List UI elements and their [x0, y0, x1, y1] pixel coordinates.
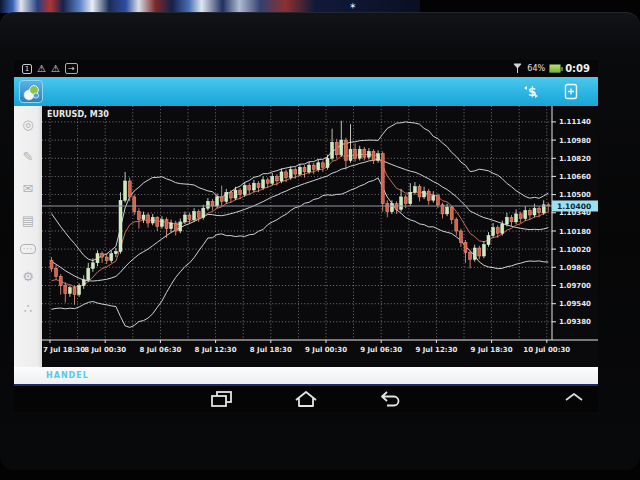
- android-nav-bar: [14, 386, 598, 413]
- svg-text:9 Jul 06:30: 9 Jul 06:30: [360, 346, 402, 354]
- metatrader-logo-icon: [21, 82, 41, 102]
- chart-area[interactable]: 1.111401.109801.108201.106601.105001.103…: [42, 106, 598, 367]
- svg-text:1.10400: 1.10400: [557, 202, 591, 211]
- svg-text:10 Jul 00:30: 10 Jul 00:30: [523, 346, 570, 354]
- svg-text:8 Jul 18:30: 8 Jul 18:30: [250, 346, 292, 354]
- photo-background: ✶ SAMSUNG 1 ⚠ ⚠ → 64% 0:09: [0, 0, 640, 480]
- svg-text:EURUSD, M30: EURUSD, M30: [47, 110, 109, 119]
- sidebar-item-community[interactable]: ∴: [24, 300, 32, 318]
- recents-icon: [209, 390, 235, 408]
- price-chart[interactable]: 1.111401.109801.108201.106601.105001.103…: [42, 106, 598, 358]
- svg-text:1.09540: 1.09540: [559, 300, 591, 308]
- recents-button[interactable]: [209, 390, 235, 408]
- svg-text:8 Jul 12:30: 8 Jul 12:30: [195, 346, 237, 354]
- back-button[interactable]: [377, 390, 403, 408]
- trade-tab[interactable]: HANDEL: [46, 371, 89, 380]
- svg-text:1.10660: 1.10660: [559, 173, 591, 181]
- svg-text:9 Jul 12:30: 9 Jul 12:30: [415, 346, 457, 354]
- chevron-up-icon: [564, 392, 584, 402]
- home-icon: [293, 390, 319, 408]
- app-toolbar: $: [14, 77, 598, 106]
- svg-text:1.10500: 1.10500: [559, 191, 591, 199]
- svg-text:1.09700: 1.09700: [559, 282, 591, 290]
- sidebar-item-chart-edit[interactable]: ✎: [23, 148, 34, 166]
- clock: 0:09: [565, 63, 590, 74]
- svg-text:8 Jul 00:30: 8 Jul 00:30: [84, 346, 126, 354]
- signal-icon: [513, 63, 523, 74]
- status-bar: 1 ⚠ ⚠ → 64% 0:09: [14, 60, 598, 77]
- warning-icon: ⚠: [37, 64, 46, 74]
- battery-icon: [549, 64, 561, 73]
- svg-text:8 Jul 06:30: 8 Jul 06:30: [139, 346, 181, 354]
- tablet-screen: 1 ⚠ ⚠ → 64% 0:09 $: [14, 60, 598, 412]
- sidebar-item-quotes[interactable]: ◎: [22, 116, 33, 134]
- svg-text:9 Jul 18:30: 9 Jul 18:30: [471, 346, 513, 354]
- app-content: ◎✎✉▤···⚙∴ 1.111401.109801.108201.106601.…: [14, 106, 598, 367]
- home-button[interactable]: [293, 390, 319, 408]
- warning-icon: ⚠: [51, 64, 60, 74]
- sidebar-item-settings[interactable]: ⚙: [22, 268, 34, 286]
- sidebar-item-mail[interactable]: ✉: [23, 180, 34, 198]
- notification-count-badge: 1: [22, 64, 32, 74]
- app-icon-button[interactable]: [19, 80, 43, 103]
- svg-text:1.10980: 1.10980: [559, 137, 591, 145]
- svg-text:1.10820: 1.10820: [559, 155, 591, 163]
- sidebar-item-messages[interactable]: ···: [20, 244, 37, 254]
- svg-text:1.09860: 1.09860: [559, 264, 591, 272]
- bottom-tab-bar: HANDEL: [14, 367, 598, 386]
- svg-text:1.10020: 1.10020: [559, 246, 591, 254]
- svg-text:1.11140: 1.11140: [559, 118, 591, 126]
- screencast-icon: →: [65, 63, 78, 74]
- sidebar: ◎✎✉▤···⚙∴: [14, 106, 42, 367]
- svg-text:7 Jul 18:30: 7 Jul 18:30: [43, 346, 85, 354]
- svg-text:1.10180: 1.10180: [559, 228, 591, 236]
- background-sparkle: ✶: [349, 1, 357, 11]
- svg-text:9 Jul 00:30: 9 Jul 00:30: [305, 346, 347, 354]
- trade-dollar-icon[interactable]: $: [521, 83, 541, 101]
- sidebar-item-news[interactable]: ▤: [22, 212, 34, 230]
- back-icon: [377, 390, 403, 408]
- battery-percent: 64%: [527, 64, 545, 73]
- nav-expand-caret[interactable]: [564, 392, 584, 402]
- svg-text:1.09380: 1.09380: [559, 318, 591, 326]
- new-order-icon[interactable]: [563, 83, 579, 101]
